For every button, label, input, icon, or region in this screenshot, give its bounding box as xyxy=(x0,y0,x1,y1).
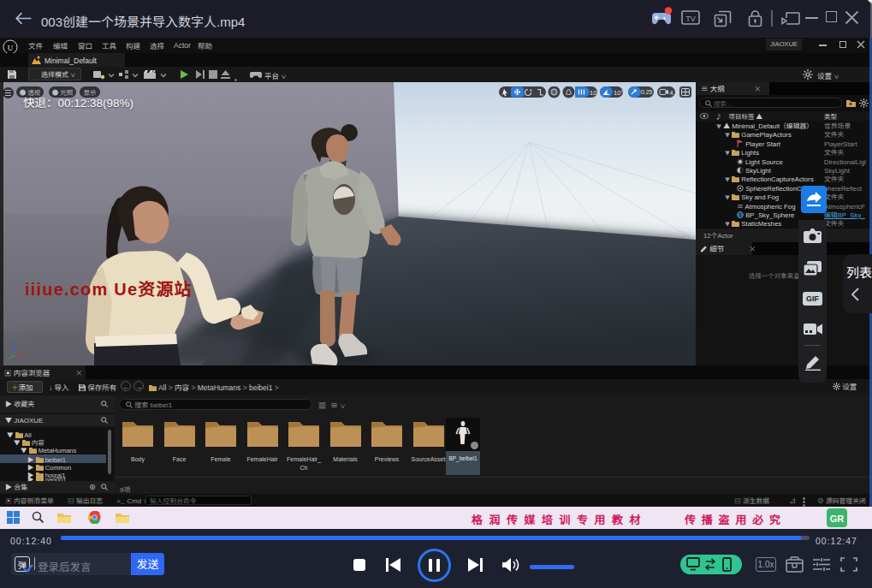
svg-text:y: y xyxy=(7,351,9,356)
svg-text:10: 10 xyxy=(590,89,596,97)
svg-text:10°: 10° xyxy=(614,89,623,97)
svg-text:U: U xyxy=(8,44,14,52)
svg-text:0.25: 0.25 xyxy=(641,89,652,95)
svg-text:4: 4 xyxy=(670,89,673,97)
svg-text:TV: TV xyxy=(685,15,696,23)
svg-text:z: z xyxy=(13,340,15,344)
svg-text:x: x xyxy=(24,353,27,359)
